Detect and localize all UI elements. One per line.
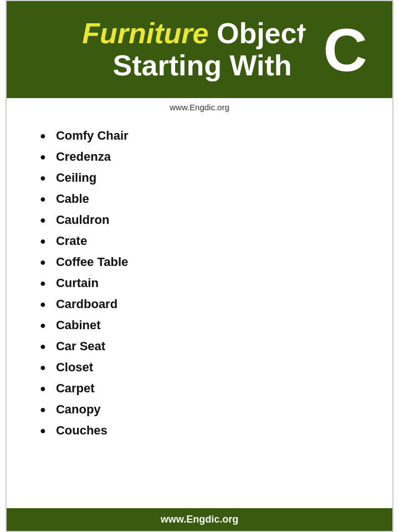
list-item: Comfy Chair: [40, 125, 370, 146]
footer-bar: www.Engdic.org: [7, 508, 392, 531]
list-item: Coffee Table: [40, 252, 370, 273]
list-item: Carpet: [40, 378, 370, 399]
header-letter: C: [323, 19, 367, 80]
list-item: Ceiling: [40, 167, 370, 188]
list-item: Canopy: [40, 399, 370, 420]
list-item: Curtain: [40, 273, 370, 294]
list-item: Crate: [40, 231, 370, 252]
list-item: Couches: [40, 420, 370, 441]
list-item: Cardboard: [40, 294, 370, 315]
furniture-list: Comfy ChairCredenzaCeilingCableCauldronC…: [40, 125, 370, 441]
list-item: Car Seat: [40, 336, 370, 357]
header-title-line1: Furniture Objects: [82, 18, 322, 49]
list-item: Credenza: [40, 146, 370, 167]
header-section: Furniture Objects Starting With C: [7, 1, 392, 98]
page-wrapper: Furniture Objects Starting With C www.En…: [6, 0, 393, 532]
list-item: Cauldron: [40, 209, 370, 231]
list-item: Cabinet: [40, 315, 370, 336]
footer-url: www.Engdic.org: [161, 514, 238, 525]
content-section: Comfy ChairCredenzaCeilingCableCauldronC…: [7, 114, 392, 508]
list-item: Cable: [40, 188, 370, 209]
header-title-line2: Starting With: [112, 50, 291, 81]
website-url: www.Engdic.org: [7, 98, 392, 114]
header-letter-badge: C: [301, 6, 390, 94]
word-furniture: Furniture: [82, 17, 208, 49]
list-item: Closet: [40, 357, 370, 378]
